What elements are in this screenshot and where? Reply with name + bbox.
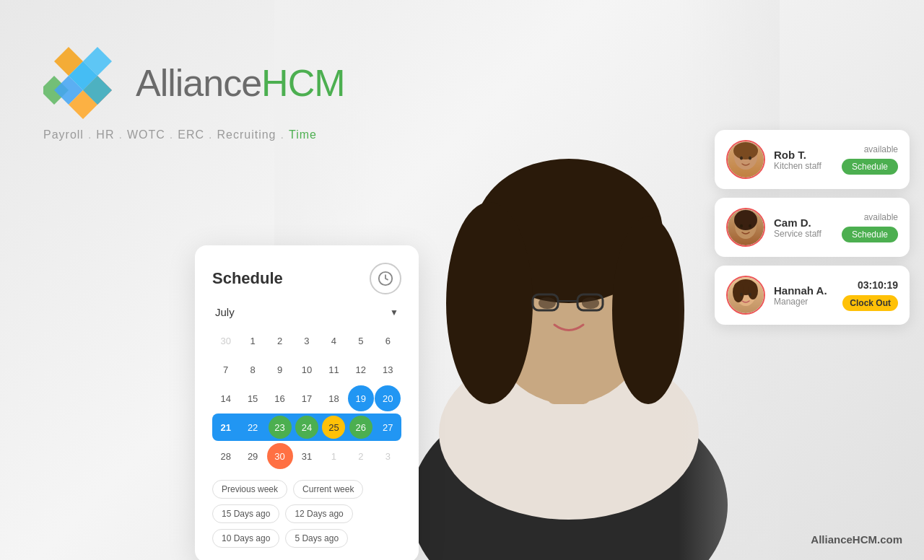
calendar-grid: 30 1 2 3 4 5 6 7 8 9 10 11 12 13 14 15 1… xyxy=(212,327,401,470)
svg-point-26 xyxy=(734,210,757,230)
staff-role-rob: Kitchen staff xyxy=(774,161,833,171)
cal-day[interactable]: 5 xyxy=(348,328,374,354)
cal-day-22[interactable]: 22 xyxy=(240,414,266,440)
staff-name-hannah: Hannah A. xyxy=(774,284,834,297)
cal-day[interactable]: 2 xyxy=(348,443,374,469)
current-week-btn[interactable]: Current week xyxy=(293,480,363,499)
svg-point-32 xyxy=(748,282,758,299)
clock-icon[interactable] xyxy=(370,263,401,294)
svg-point-34 xyxy=(749,293,751,297)
12-days-btn[interactable]: 12 Days ago xyxy=(285,504,352,523)
cal-day[interactable]: 3 xyxy=(375,443,401,469)
5-days-btn[interactable]: 5 Days ago xyxy=(285,529,348,548)
cal-day[interactable]: 2 xyxy=(267,328,293,354)
svg-point-23 xyxy=(740,157,743,160)
staff-role-cam: Service staff xyxy=(774,229,833,239)
svg-point-22 xyxy=(733,142,758,159)
svg-point-28 xyxy=(749,224,751,228)
schedule-btn-cam[interactable]: Schedule xyxy=(842,227,898,242)
cal-day[interactable]: 1 xyxy=(321,443,346,469)
staff-info-cam: Cam D. Service staff xyxy=(774,216,833,239)
calendar-week-1: 30 1 2 3 4 5 6 xyxy=(212,327,401,354)
schedule-card: Schedule July ▼ 30 1 2 3 4 5 6 7 8 9 10 xyxy=(195,245,419,560)
calendar-week-3: 14 15 16 17 18 19 20 xyxy=(212,385,401,412)
tagline: Payroll . HR . WOTC . ERC . Recruiting .… xyxy=(43,128,317,141)
cal-day[interactable]: 6 xyxy=(375,328,401,354)
cal-day[interactable]: 13 xyxy=(375,356,401,382)
staff-role-hannah: Manager xyxy=(774,297,834,307)
schedule-title: Schedule xyxy=(212,269,283,288)
cal-day[interactable]: 18 xyxy=(321,385,346,411)
staff-info-hannah: Hannah A. Manager xyxy=(774,284,834,307)
cal-day[interactable]: 30 xyxy=(213,328,239,354)
staff-name-rob: Rob T. xyxy=(774,149,833,161)
cal-day-30[interactable]: 30 xyxy=(267,443,293,469)
staff-card-rob: Rob T. Kitchen staff available Schedule xyxy=(715,130,910,189)
10-days-btn[interactable]: 10 Days ago xyxy=(212,529,279,548)
staff-status-hannah: 03:10:19 Clock Out xyxy=(842,279,898,311)
cal-day-21[interactable]: 21 xyxy=(213,414,239,440)
cal-day[interactable]: 3 xyxy=(294,328,320,354)
svg-point-31 xyxy=(733,282,744,302)
cal-day[interactable]: 28 xyxy=(213,443,239,469)
quick-nav-buttons: Previous week Current week 15 Days ago 1… xyxy=(212,480,401,548)
available-label-cam: available xyxy=(864,212,898,222)
calendar-week-5: 28 29 30 31 1 2 3 xyxy=(212,442,401,470)
cal-day[interactable]: 7 xyxy=(213,356,239,382)
cal-day[interactable]: 29 xyxy=(240,443,266,469)
prev-week-btn[interactable]: Previous week xyxy=(212,480,287,499)
month-chevron-icon[interactable]: ▼ xyxy=(390,307,398,318)
month-label: July xyxy=(215,306,235,318)
cal-day[interactable]: 31 xyxy=(294,443,320,469)
cal-day-26[interactable]: 26 xyxy=(349,416,372,439)
clock-out-btn-hannah[interactable]: Clock Out xyxy=(842,295,898,311)
logo-area: AllianceHCM Payroll . HR . WOTC . ERC . … xyxy=(43,43,345,141)
footer-url: AllianceHCM.com xyxy=(811,533,902,546)
staff-status-cam: available Schedule xyxy=(842,212,898,242)
cal-day[interactable]: 16 xyxy=(267,385,293,411)
cal-day-19[interactable]: 19 xyxy=(348,385,374,411)
avatar-hannah xyxy=(726,276,765,315)
cal-day[interactable]: 4 xyxy=(321,328,346,354)
svg-point-27 xyxy=(740,224,743,228)
15-days-btn[interactable]: 15 Days ago xyxy=(212,504,279,523)
cal-day[interactable]: 14 xyxy=(213,385,239,411)
staff-card-hannah: Hannah A. Manager 03:10:19 Clock Out xyxy=(715,266,910,325)
avatar-cam xyxy=(726,208,765,247)
cal-day-27[interactable]: 27 xyxy=(375,414,401,440)
avatar-rob xyxy=(726,140,765,179)
month-selector[interactable]: July ▼ xyxy=(212,306,401,318)
cal-day[interactable]: 17 xyxy=(294,385,320,411)
staff-name-cam: Cam D. xyxy=(774,216,833,229)
cal-day-20[interactable]: 20 xyxy=(375,385,401,411)
staff-card-cam: Cam D. Service staff available Schedule xyxy=(715,198,910,257)
schedule-btn-rob[interactable]: Schedule xyxy=(842,159,898,175)
svg-point-24 xyxy=(749,157,751,160)
logo-icon xyxy=(43,43,123,123)
staff-info-rob: Rob T. Kitchen staff xyxy=(774,149,833,171)
cal-day-23[interactable]: 23 xyxy=(269,416,292,439)
svg-point-33 xyxy=(740,293,743,297)
staff-panel: Rob T. Kitchen staff available Schedule … xyxy=(715,130,910,325)
cal-day[interactable]: 8 xyxy=(240,356,266,382)
staff-status-rob: available Schedule xyxy=(842,144,898,175)
clock-timer-hannah: 03:10:19 xyxy=(858,279,898,291)
calendar-week-2: 7 8 9 10 11 12 13 xyxy=(212,356,401,383)
cal-day[interactable]: 11 xyxy=(321,356,346,382)
cal-day-24[interactable]: 24 xyxy=(295,416,318,439)
cal-day[interactable]: 15 xyxy=(240,385,266,411)
cal-day-25[interactable]: 25 xyxy=(322,416,345,439)
logo-text: AllianceHCM xyxy=(136,61,345,105)
cal-day[interactable]: 1 xyxy=(240,328,266,354)
available-label-rob: available xyxy=(864,144,898,154)
calendar-week-4-highlighted: 21 22 23 24 25 26 27 xyxy=(212,414,401,441)
cal-day[interactable]: 9 xyxy=(267,356,293,382)
cal-day[interactable]: 12 xyxy=(348,356,374,382)
cal-day[interactable]: 10 xyxy=(294,356,320,382)
